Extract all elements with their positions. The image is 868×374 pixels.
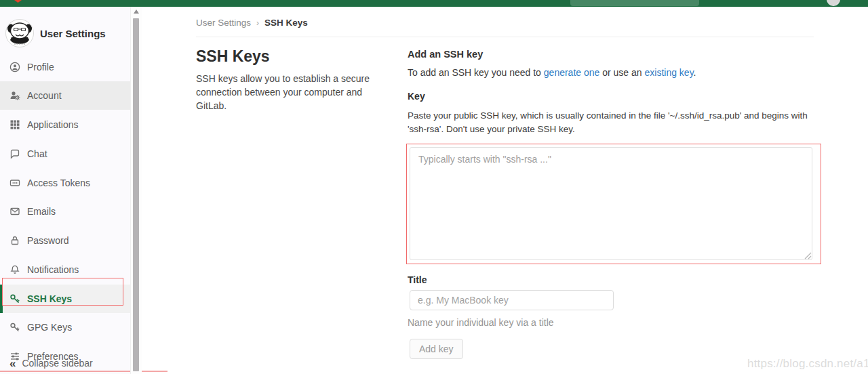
intro-text: or use an	[599, 67, 644, 78]
user-avatar	[5, 19, 34, 47]
sidebar-item-label: Notifications	[27, 264, 79, 275]
breadcrumb-divider	[196, 37, 814, 37]
panda-avatar-icon	[6, 20, 33, 47]
key-title-input[interactable]	[410, 290, 614, 310]
password-icon	[9, 235, 20, 246]
sidebar-header: User Settings	[5, 19, 106, 47]
collapse-sidebar-label: Collapse sidebar	[22, 358, 92, 369]
add-ssh-key-intro: To add an SSH key you need to generate o…	[408, 67, 696, 78]
navbar-user-avatar[interactable]	[827, 0, 840, 6]
intro-text: .	[694, 67, 696, 78]
sidebar-scrollbar[interactable]	[130, 7, 142, 374]
scrollbar-thumb[interactable]	[133, 18, 139, 371]
profile-icon	[9, 62, 20, 72]
breadcrumb-user-settings[interactable]: User Settings	[196, 18, 251, 28]
notifications-icon	[9, 264, 20, 275]
sidebar-item-label: SSH Keys	[27, 293, 72, 304]
chat-icon	[9, 148, 20, 159]
add-key-button[interactable]: Add key	[410, 339, 463, 359]
breadcrumb: User Settings › SSH Keys	[196, 18, 308, 28]
sidebar-item-chat[interactable]: Chat	[0, 140, 130, 168]
existing-key-link[interactable]: existing key	[645, 67, 694, 78]
sidebar-item-label: GPG Keys	[27, 322, 72, 333]
scrollbar-up-arrow-icon[interactable]	[134, 9, 139, 14]
ssh-key-icon	[9, 293, 20, 304]
sidebar-item-applications[interactable]: Applications	[0, 110, 130, 139]
title-field-label: Title	[408, 274, 427, 285]
page-title: SSH Keys	[196, 47, 270, 66]
sidebar-item-profile[interactable]: Profile	[0, 53, 130, 81]
top-navbar	[0, 0, 868, 7]
sidebar-item-label: Profile	[27, 62, 54, 72]
settings-sidebar: User Settings Profile Account Applicatio…	[0, 7, 130, 374]
page-description: SSH keys allow you to establish a secure…	[196, 72, 389, 112]
account-icon	[9, 90, 20, 101]
sidebar-item-label: Chat	[27, 148, 47, 159]
sidebar-item-account[interactable]: Account	[0, 81, 130, 110]
sidebar-item-emails[interactable]: Emails	[0, 197, 130, 226]
sidebar-item-access-tokens[interactable]: Access Tokens	[0, 169, 130, 197]
sidebar-item-ssh-keys[interactable]: SSH Keys	[0, 285, 130, 313]
sidebar-item-notifications[interactable]: Notifications	[0, 255, 130, 284]
sidebar-item-label: Access Tokens	[27, 178, 90, 188]
generate-one-link[interactable]: generate one	[544, 67, 600, 78]
access-tokens-icon	[9, 178, 20, 188]
title-field-help: Name your individual key via a title	[408, 317, 554, 328]
breadcrumb-separator-icon: ›	[256, 18, 259, 28]
sidebar-item-gpg-keys[interactable]: GPG Keys	[0, 313, 130, 341]
sidebar-item-password[interactable]: Password	[0, 226, 130, 255]
add-ssh-key-heading: Add an SSH key	[408, 49, 483, 60]
csdn-watermark: https://blog.csdn.net/a112626290	[747, 357, 868, 371]
sidebar-item-label: Emails	[27, 206, 56, 217]
breadcrumb-current: SSH Keys	[264, 18, 308, 28]
sidebar-item-label: Account	[27, 90, 62, 101]
emails-icon	[9, 206, 20, 217]
key-field-help: Paste your public SSH key, which is usua…	[408, 109, 814, 136]
sidebar-item-label: Password	[27, 235, 68, 246]
collapse-sidebar-button[interactable]: « Collapse sidebar	[0, 354, 130, 373]
sidebar-title: User Settings	[40, 28, 106, 39]
gitlab-logo-icon	[14, 0, 22, 3]
gitlab-user-settings-page: User Settings Profile Account Applicatio…	[0, 0, 868, 374]
collapse-chevrons-icon: «	[9, 358, 16, 369]
gpg-key-icon	[9, 322, 20, 333]
applications-icon	[9, 119, 20, 130]
sidebar-item-label: Applications	[27, 119, 79, 130]
key-field-label: Key	[408, 91, 425, 102]
intro-text: To add an SSH key you need to	[408, 67, 544, 78]
ssh-key-textarea[interactable]	[410, 147, 812, 260]
navbar-search-input[interactable]	[570, 0, 699, 6]
